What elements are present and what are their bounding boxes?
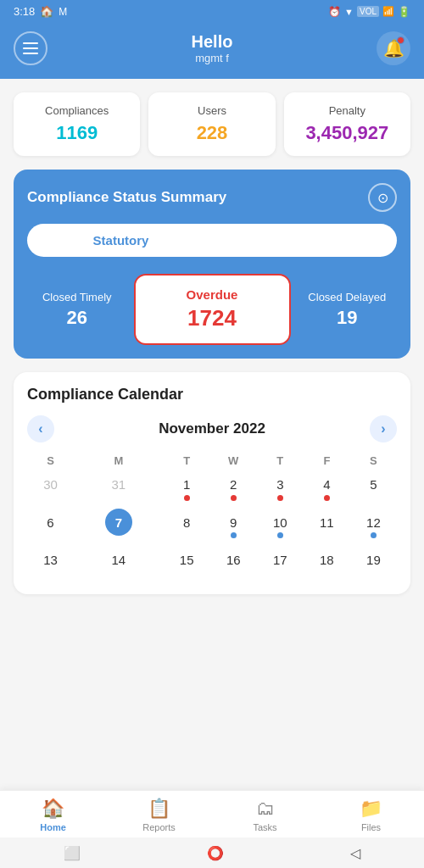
android-nav-bar: ⬜ ⭕ ◁	[0, 837, 424, 868]
calendar-day[interactable]: 13	[27, 549, 74, 581]
tab-toggle[interactable]: Statutory Internal	[27, 224, 397, 257]
month-name: November	[159, 420, 229, 437]
summary-header: Compliance Status Summary ⊙	[27, 183, 397, 212]
bottom-nav: 🏠 Home 📋 Reports 🗂 Tasks 📁 Files	[0, 790, 424, 837]
weekday-t1: T	[164, 451, 210, 474]
stat-label-compliances: Compliances	[22, 104, 131, 117]
tasks-nav-icon: 🗂	[256, 798, 275, 820]
subtitle-text: mgmt f	[192, 52, 233, 64]
calendar-grid: S M T W T F S 30311234567891011121314151…	[27, 451, 397, 581]
calendar-day[interactable]: 8	[164, 505, 210, 549]
menu-line	[23, 42, 38, 44]
prev-month-button[interactable]: ‹	[27, 415, 54, 442]
menu-button[interactable]	[14, 31, 47, 65]
weekday-s1: S	[27, 451, 74, 474]
dot-container	[74, 569, 164, 577]
status-metrics: Closed Timely 26 Overdue 1724 Closed Del…	[27, 274, 397, 345]
stat-value-users: 228	[157, 122, 266, 144]
weekday-f: F	[304, 451, 350, 474]
calendar-day[interactable]: 12	[350, 505, 397, 549]
app-header: Hello mgmt f 🔔	[0, 23, 424, 79]
weekday-t2: T	[257, 451, 304, 474]
dot-container	[210, 569, 257, 577]
calendar-nav: ‹ November 2022 ›	[27, 415, 397, 442]
dot-container	[257, 569, 304, 577]
menu-line	[23, 53, 38, 54]
blue-dot	[371, 532, 377, 538]
calendar-day[interactable]: 2	[210, 474, 257, 505]
main-content: Compliances 1169 Users 228 Penalty 3,450…	[0, 79, 424, 608]
dot-container	[74, 537, 164, 546]
dot-container	[257, 493, 304, 502]
closed-timely-label: Closed Timely	[27, 291, 127, 303]
dot-container	[350, 493, 397, 502]
stats-row: Compliances 1169 Users 228 Penalty 3,450…	[14, 92, 410, 156]
dot-container	[257, 531, 304, 540]
status-time: 3:18 🏠 M	[14, 5, 67, 18]
calendar-day[interactable]: 17	[257, 549, 304, 581]
calendar-body: 303112345678910111213141516171819	[27, 474, 397, 581]
stat-card-compliances: Compliances 1169	[14, 92, 140, 156]
calendar-day[interactable]: 16	[210, 549, 257, 581]
calendar-day[interactable]: 30	[27, 474, 74, 505]
calendar-day[interactable]: 19	[350, 549, 397, 581]
weekday-w: W	[210, 451, 257, 474]
filter-button[interactable]: ⊙	[368, 183, 397, 212]
dot-container	[304, 569, 350, 577]
compliance-summary: Compliance Status Summary ⊙ Statutory In…	[14, 170, 410, 359]
calendar-day[interactable]: 18	[304, 549, 350, 581]
metric-closed-delayed: Closed Delayed 19	[298, 291, 398, 329]
home-nav-label: Home	[40, 822, 66, 832]
weekday-m: M	[74, 451, 164, 474]
stat-label-users: Users	[157, 104, 266, 117]
calendar-day[interactable]: 3	[257, 474, 304, 505]
calendar-day[interactable]: 4	[304, 474, 350, 505]
calendar-day[interactable]: 10	[257, 505, 304, 549]
mail-icon: M	[59, 6, 67, 18]
dot-container	[27, 569, 74, 577]
calendar-day[interactable]: 11	[304, 505, 350, 549]
status-icons: ⏰ ▼ VOL 📶 🔋	[328, 6, 410, 18]
calendar-month: November 2022	[159, 420, 265, 437]
calendar-day[interactable]: 1	[164, 474, 210, 505]
android-square-btn[interactable]: ⬜	[64, 845, 81, 861]
calendar-day[interactable]: 15	[164, 549, 210, 581]
time-display: 3:18	[14, 5, 35, 18]
nav-files[interactable]: 📁 Files	[318, 798, 424, 832]
nav-tasks[interactable]: 🗂 Tasks	[212, 798, 318, 832]
next-month-button[interactable]: ›	[370, 415, 397, 442]
dot-container	[74, 493, 164, 502]
menu-line	[23, 47, 38, 49]
tab-internal[interactable]: Internal	[212, 226, 394, 254]
today-circle: 7	[105, 509, 132, 536]
home-nav-icon: 🏠	[42, 798, 64, 820]
nav-reports[interactable]: 📋 Reports	[106, 798, 212, 832]
notification-bell[interactable]: 🔔	[377, 31, 410, 65]
files-nav-icon: 📁	[360, 798, 382, 820]
wifi-icon: ▼	[344, 7, 354, 17]
home-icon: 🏠	[40, 5, 53, 18]
calendar-day[interactable]: 5	[350, 474, 397, 505]
year-value: 2022	[233, 420, 265, 437]
tab-statutory[interactable]: Statutory	[30, 226, 212, 254]
stat-label-penalty: Penalty	[293, 104, 402, 117]
nav-home[interactable]: 🏠 Home	[0, 798, 106, 832]
reports-nav-icon: 📋	[148, 798, 170, 820]
dot-container	[27, 531, 74, 540]
calendar-day[interactable]: 6	[27, 505, 74, 549]
greeting-text: Hello	[192, 32, 233, 52]
closed-delayed-label: Closed Delayed	[298, 291, 398, 303]
calendar-day[interactable]: 14	[74, 549, 164, 581]
android-circle-btn[interactable]: ⭕	[207, 845, 224, 861]
calendar-day[interactable]: 31	[74, 474, 164, 505]
battery-icon: 🔋	[398, 6, 410, 18]
dot-container	[350, 531, 397, 540]
dot-container	[164, 493, 210, 502]
calendar-title: Compliance Calendar	[27, 386, 397, 403]
notification-dot	[397, 36, 404, 44]
calendar-day[interactable]: 9	[210, 505, 257, 549]
dot-container	[164, 569, 210, 577]
weekday-s2: S	[350, 451, 397, 474]
android-back-btn[interactable]: ◁	[350, 845, 360, 861]
calendar-day[interactable]: 7	[74, 505, 164, 549]
